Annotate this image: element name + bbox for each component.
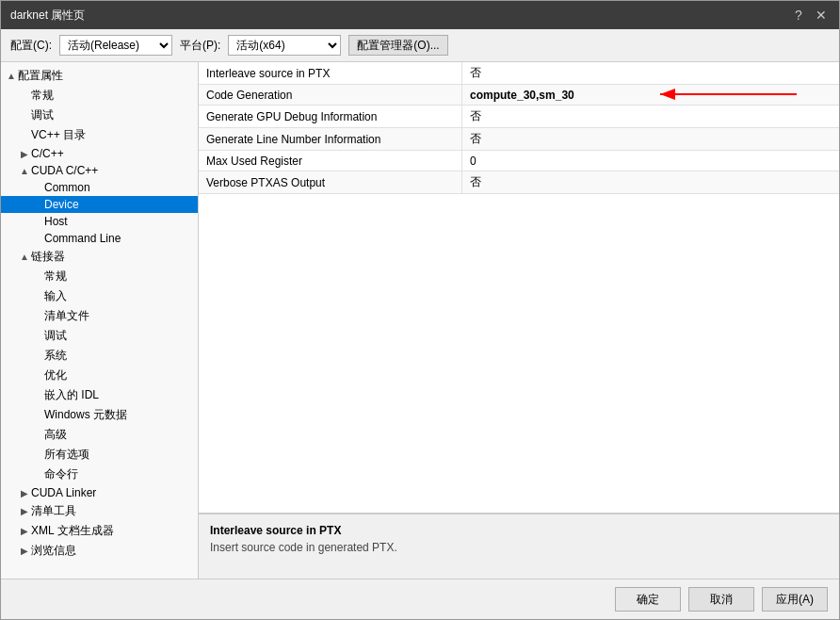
tree-item-label: CUDA C/C++ — [31, 164, 194, 177]
tree-item-linker-winmeta[interactable]: Windows 元数据 — [1, 405, 198, 425]
tree-item-label: Device — [44, 198, 194, 211]
tree-item-linker-advanced[interactable]: 高级 — [1, 425, 198, 445]
tree-item-linker-system[interactable]: 系统 — [1, 346, 198, 366]
description-text: Insert source code in generated PTX. — [210, 541, 828, 554]
cancel-button[interactable]: 取消 — [688, 587, 754, 612]
tree-item-linker-all[interactable]: 所有选项 — [1, 445, 198, 465]
property-table: Interleave source in PTX否Code Generation… — [199, 62, 839, 513]
property-row[interactable]: Verbose PTXAS Output否 — [199, 171, 839, 194]
tree-arrow-icon: ▶ — [18, 506, 31, 516]
tree-item-debug[interactable]: 调试 — [1, 106, 198, 125]
tree-arrow-icon: ▶ — [18, 526, 31, 536]
tree-item-linker-debug[interactable]: 调试 — [1, 326, 198, 346]
tree-item-linker-manifest[interactable]: 清单文件 — [1, 306, 198, 326]
tree-item-label: VC++ 目录 — [31, 127, 194, 143]
tree-item-label: Common — [44, 181, 194, 194]
property-name: Code Generation — [199, 85, 462, 105]
tree-item-linker-general[interactable]: 常规 — [1, 267, 198, 286]
tree-item-label: 系统 — [44, 348, 194, 364]
tree-item-label: 优化 — [44, 367, 194, 383]
title-bar: darknet 属性页 ? ✕ — [1, 1, 839, 29]
config-select[interactable]: 活动(Release) — [59, 35, 172, 56]
tree-item-general[interactable]: 常规 — [1, 86, 198, 106]
tree-arrow-icon: ▲ — [18, 166, 31, 176]
tree-item-label: 嵌入的 IDL — [44, 387, 194, 403]
config-label: 配置(C): — [10, 38, 52, 54]
property-value: 否 — [462, 106, 839, 127]
tree-item-label: Windows 元数据 — [44, 407, 194, 423]
tree-item-browse-info[interactable]: ▶浏览信息 — [1, 541, 198, 561]
tree-item-cuda-linker[interactable]: ▶CUDA Linker — [1, 484, 198, 501]
dialog-title: darknet 属性页 — [10, 8, 85, 24]
tree-arrow-icon: ▶ — [18, 546, 31, 556]
tree-item-label: 命令行 — [44, 466, 194, 482]
bottom-bar: 确定 取消 应用(A) — [1, 579, 839, 619]
property-row[interactable]: Interleave source in PTX否 — [199, 62, 839, 85]
tree-item-linker[interactable]: ▲链接器 — [1, 247, 198, 267]
property-row[interactable]: Generate GPU Debug Information否 — [199, 106, 839, 128]
tree-item-linker-idl[interactable]: 嵌入的 IDL — [1, 385, 198, 405]
tree-item-label: 浏览信息 — [31, 543, 194, 559]
tree-item-config-props[interactable]: ▲配置属性 — [1, 66, 198, 86]
tree-arrow-icon: ▲ — [5, 71, 18, 81]
tree-item-label: 常规 — [44, 269, 194, 285]
property-name: Generate Line Number Information — [199, 128, 462, 150]
property-value: 否 — [462, 62, 839, 84]
property-row[interactable]: Code Generationcompute_30,sm_30 — [199, 85, 839, 106]
property-value: 否 — [462, 128, 839, 150]
left-panel: ▲配置属性常规调试VC++ 目录▶C/C++▲CUDA C/C++CommonD… — [1, 62, 199, 579]
tree-item-build-events[interactable]: ▶清单工具 — [1, 501, 198, 521]
tree-arrow-icon: ▶ — [18, 149, 31, 159]
property-value: 否 — [462, 171, 839, 193]
close-button[interactable]: ✕ — [813, 7, 830, 24]
ok-button[interactable]: 确定 — [615, 587, 681, 612]
property-row[interactable]: Max Used Register0 — [199, 151, 839, 171]
config-manager-button[interactable]: 配置管理器(O)... — [348, 35, 447, 56]
tree-arrow-icon: ▶ — [18, 488, 31, 498]
toolbar: 配置(C): 活动(Release) 平台(P): 活动(x64) 配置管理器(… — [1, 29, 839, 62]
description-title: Interleave source in PTX — [210, 524, 828, 537]
tree-item-c-cpp[interactable]: ▶C/C++ — [1, 145, 198, 162]
tree-item-label: Host — [44, 215, 194, 228]
main-area: ▲配置属性常规调试VC++ 目录▶C/C++▲CUDA C/C++CommonD… — [1, 62, 839, 579]
tree-item-label: CUDA Linker — [31, 486, 194, 499]
tree-item-linker-input[interactable]: 输入 — [1, 286, 198, 306]
property-name: Max Used Register — [199, 151, 462, 171]
tree-item-xml-gen[interactable]: ▶XML 文档生成器 — [1, 521, 198, 541]
tree-item-label: 调试 — [44, 328, 194, 344]
tree-item-command-line[interactable]: Command Line — [1, 230, 198, 247]
property-name: Verbose PTXAS Output — [199, 171, 462, 193]
apply-button[interactable]: 应用(A) — [762, 587, 828, 612]
tree-item-label: 链接器 — [31, 249, 194, 265]
tree: ▲配置属性常规调试VC++ 目录▶C/C++▲CUDA C/C++CommonD… — [1, 62, 198, 564]
property-value: 0 — [462, 151, 839, 171]
tree-arrow-icon: ▲ — [18, 252, 31, 262]
tree-item-label: 常规 — [31, 88, 194, 104]
tree-item-label: 高级 — [44, 427, 194, 443]
help-button[interactable]: ? — [790, 7, 807, 24]
tree-item-label: 清单文件 — [44, 308, 194, 324]
property-name: Interleave source in PTX — [199, 62, 462, 84]
tree-item-linker-optimize[interactable]: 优化 — [1, 366, 198, 385]
main-dialog: darknet 属性页 ? ✕ 配置(C): 活动(Release) 平台(P)… — [0, 0, 840, 620]
tree-item-label: Command Line — [44, 232, 194, 245]
tree-item-common[interactable]: Common — [1, 179, 198, 196]
description-area: Interleave source in PTX Insert source c… — [199, 513, 839, 579]
tree-item-cuda-cpp[interactable]: ▲CUDA C/C++ — [1, 162, 198, 179]
tree-item-label: C/C++ — [31, 147, 194, 160]
tree-item-host[interactable]: Host — [1, 213, 198, 230]
right-panel: Interleave source in PTX否Code Generation… — [199, 62, 839, 579]
tree-item-device[interactable]: Device — [1, 196, 198, 213]
property-name: Generate GPU Debug Information — [199, 106, 462, 127]
tree-item-label: 清单工具 — [31, 503, 194, 519]
tree-item-label: 所有选项 — [44, 447, 194, 463]
tree-item-label: XML 文档生成器 — [31, 523, 194, 539]
platform-select[interactable]: 活动(x64) — [228, 35, 341, 56]
tree-item-linker-cmd[interactable]: 命令行 — [1, 465, 198, 484]
property-value: compute_30,sm_30 — [462, 85, 839, 105]
platform-label: 平台(P): — [180, 38, 220, 54]
tree-item-label: 输入 — [44, 288, 194, 304]
tree-item-vc-dirs[interactable]: VC++ 目录 — [1, 125, 198, 145]
tree-item-label: 调试 — [31, 107, 194, 123]
property-row[interactable]: Generate Line Number Information否 — [199, 128, 839, 151]
